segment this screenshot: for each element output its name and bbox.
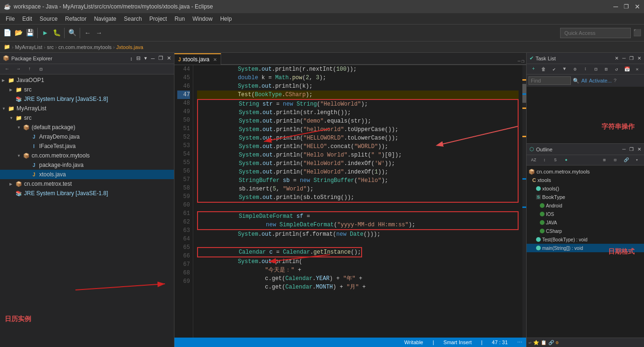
tree-item-arraydemo[interactable]: J ArrayDemo.java: [0, 132, 174, 141]
rp-icon-4[interactable]: 🔗: [548, 340, 554, 346]
tl-close-button[interactable]: ✕: [637, 56, 641, 61]
pe-menu-button[interactable]: ▾: [144, 55, 147, 61]
tl-delete-button[interactable]: 🗑: [539, 64, 549, 74]
tl-maximize-button[interactable]: ❐: [629, 56, 634, 61]
menu-project[interactable]: Project: [146, 15, 171, 23]
menu-navigate[interactable]: Navigate: [90, 15, 120, 23]
rp-icon-2[interactable]: ⭐: [533, 340, 539, 346]
close-button[interactable]: ✕: [635, 3, 640, 10]
rp-icon-3[interactable]: 📋: [541, 340, 546, 346]
ol-item-xtools[interactable]: C xtools: [527, 176, 644, 184]
menu-source[interactable]: Source: [36, 15, 61, 23]
maximize-button[interactable]: ❐: [624, 3, 629, 10]
menu-refactor[interactable]: Refactor: [61, 15, 90, 23]
editor-tab-xtools[interactable]: J xtools.java ✕: [174, 53, 221, 65]
menu-help[interactable]: Help: [216, 15, 236, 23]
breadcrumb-item-2[interactable]: src: [47, 44, 54, 50]
tb-new-button[interactable]: 📄: [2, 28, 12, 38]
rp-icon-1[interactable]: ↩: [528, 340, 531, 346]
tree-item-myarraylist[interactable]: ▼ 📁 MyArrayList: [0, 104, 174, 113]
tb-search-button[interactable]: 🔍: [67, 28, 77, 38]
tree-item-ifacetest[interactable]: I IFaceTest.java: [0, 141, 174, 151]
ol-item-android[interactable]: Android: [527, 201, 644, 210]
ol-link-button[interactable]: 🔗: [621, 155, 631, 165]
minimize-button[interactable]: ─: [613, 3, 618, 10]
menu-file[interactable]: File: [2, 15, 18, 23]
pe-up-button[interactable]: ↑: [25, 64, 35, 74]
pe-sync-button[interactable]: ↕: [130, 56, 133, 61]
tree-item-jre1[interactable]: 📚 JRE System Library [JavaSE-1.8]: [0, 94, 174, 104]
ol-item-pkg[interactable]: 📦 cn.com.metrox.mytools: [527, 167, 644, 176]
ol-sort-alpha-button[interactable]: AZ: [528, 155, 539, 165]
ol-item-booktype[interactable]: S BookType: [527, 193, 644, 201]
tl-collapse-all-tl-button[interactable]: ⊟: [591, 64, 601, 74]
pe-back-button[interactable]: ←: [2, 64, 12, 74]
pe-close-button[interactable]: ✕: [167, 55, 171, 61]
tl-filter-button[interactable]: ▼: [560, 64, 570, 74]
tb-back-button[interactable]: ←: [83, 28, 93, 38]
tl-sort-button[interactable]: ↕: [581, 64, 591, 74]
ol-hide-static-button[interactable]: S: [550, 155, 561, 165]
tb-forward-button[interactable]: →: [94, 28, 104, 38]
tb-debug-button[interactable]: 🐛: [51, 28, 62, 38]
ol-item-java[interactable]: JAVA: [527, 218, 644, 227]
ol-close-button[interactable]: ✕: [637, 147, 641, 152]
ol-item-ios[interactable]: IOS: [527, 210, 644, 218]
pe-minimize-button[interactable]: ─: [151, 56, 155, 61]
tl-complete-button[interactable]: ✔: [549, 64, 559, 74]
pe-collapse-button[interactable]: ⊟: [136, 55, 140, 61]
editor-content[interactable]: 444546 47 4849505152 5354555657 58596061…: [174, 65, 526, 338]
menu-edit[interactable]: Edit: [18, 15, 36, 23]
ol-item-test-method[interactable]: Test(BookType) : void: [527, 235, 644, 244]
ol-collapse-button[interactable]: ⊟: [610, 155, 620, 165]
tl-refresh-button[interactable]: ↺: [611, 64, 621, 74]
tl-settings-button[interactable]: ⚙: [570, 64, 580, 74]
breadcrumb-item-3[interactable]: cn.com.metrox.mytools: [58, 44, 112, 50]
tl-new-task-button[interactable]: +: [528, 64, 538, 74]
tree-item-default-pkg[interactable]: ▼ 📦 (default package): [0, 123, 174, 132]
tl-activate-label[interactable]: Activate...: [589, 78, 611, 83]
menu-window[interactable]: Window: [189, 15, 216, 23]
tree-item-src2[interactable]: ▼ 📁 src: [0, 113, 174, 123]
tree-item-src1[interactable]: ▶ 📁 src: [0, 85, 174, 94]
tl-calendar-view-button[interactable]: 📅: [622, 64, 632, 74]
folder-icon: 📁: [8, 105, 15, 112]
ol-item-main-method[interactable]: main(String[]) : void: [527, 244, 644, 252]
ol-menu-button[interactable]: ▾: [632, 155, 642, 165]
ol-hide-fields-button[interactable]: ●: [561, 155, 571, 165]
tb-save-button[interactable]: 💾: [25, 28, 35, 38]
quick-access-input[interactable]: [560, 28, 631, 38]
ol-sort-type-button[interactable]: ↕: [539, 155, 550, 165]
ol-item-csharp[interactable]: CSharp: [527, 227, 644, 235]
tree-item-jre2[interactable]: 📚 JRE System Library [JavaSE-1.8]: [0, 189, 174, 198]
tree-item-packageinfo[interactable]: J package-info.java: [0, 160, 174, 170]
ol-expand-button[interactable]: ⊞: [599, 155, 610, 165]
tl-help-button[interactable]: ?: [614, 78, 617, 83]
pe-collapse-all-button[interactable]: ⊟: [36, 64, 46, 74]
tl-expand-all-button[interactable]: ⊞: [601, 64, 611, 74]
tree-item-pkg-test[interactable]: ▶ 📦 cn.com.metrox.test: [0, 179, 174, 189]
find-input[interactable]: [528, 76, 571, 85]
tl-delete-complete-button[interactable]: ✕: [632, 64, 642, 74]
tree-item-xtools[interactable]: J xtools.java: [0, 170, 174, 179]
pe-maximize-button[interactable]: ❐: [158, 55, 163, 61]
tb-run-button[interactable]: ▶: [40, 28, 50, 38]
tl-minimize-button[interactable]: ─: [622, 56, 626, 61]
editor-scrollbar[interactable]: [522, 65, 526, 338]
tb-perspective-button[interactable]: ⬛: [632, 28, 642, 38]
menu-search[interactable]: Search: [120, 15, 146, 23]
rp-icon-5[interactable]: ⚙: [556, 340, 559, 346]
pe-forward-button[interactable]: →: [13, 64, 24, 74]
tree-item-javaoop1[interactable]: ▶ 📁 JavaOOP1: [0, 75, 174, 85]
editor-minimize-button[interactable]: ─: [518, 59, 520, 64]
editor-maximize-button[interactable]: ❐: [521, 58, 524, 64]
tab-close-button[interactable]: ✕: [213, 57, 217, 62]
tree-item-pkg-mytools[interactable]: ▼ 📦 cn.com.metrox.mytools: [0, 151, 174, 160]
ol-minimize-button[interactable]: ─: [622, 147, 626, 152]
tb-open-button[interactable]: 📂: [13, 28, 24, 38]
ol-maximize-button[interactable]: ❐: [629, 147, 634, 152]
ol-item-xtools-constructor[interactable]: xtools(): [527, 184, 644, 193]
menu-run[interactable]: Run: [171, 15, 189, 23]
breadcrumb-item-1[interactable]: MyArrayList: [15, 44, 42, 50]
code-area[interactable]: System.out.println(r.nextInt(100)); doub…: [193, 65, 522, 338]
